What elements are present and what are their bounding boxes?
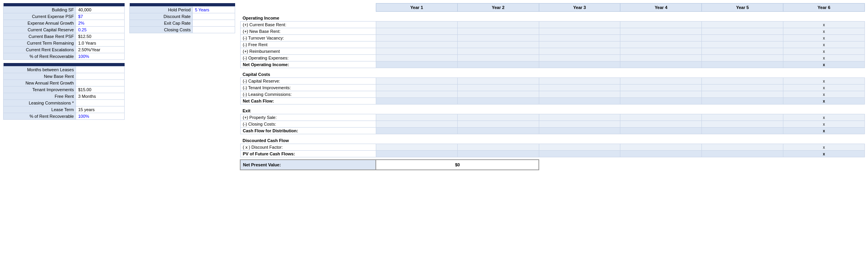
cf-cell-y3[interactable] <box>539 78 620 85</box>
cf-cell-y3[interactable] <box>539 28 620 35</box>
property-value[interactable]: 100% <box>76 53 125 60</box>
cf-cell-y1[interactable] <box>376 85 457 91</box>
cf-total-cell-y4[interactable] <box>620 128 702 134</box>
cf-cell-y4[interactable] <box>620 41 702 48</box>
cf-cell-y4[interactable] <box>620 28 702 35</box>
analyst-value[interactable]: 15 years <box>76 106 125 113</box>
cf-total-cell-y2[interactable] <box>457 128 539 134</box>
cf-cell-y1[interactable] <box>376 41 457 48</box>
cf-cell-y2[interactable] <box>457 121 539 128</box>
cf-cell-y3[interactable] <box>539 91 620 98</box>
cf-cell-y2[interactable] <box>457 55 539 61</box>
cf-cell-y1[interactable] <box>376 121 457 128</box>
cf-cell-y6[interactable]: x <box>783 28 865 35</box>
cf-cell-y5[interactable] <box>702 121 783 128</box>
cf-total-cell-y6[interactable]: x <box>783 151 865 157</box>
analyst-value[interactable] <box>76 80 125 86</box>
cf-cell-y1[interactable] <box>376 91 457 98</box>
cf-cell-y4[interactable] <box>620 144 702 151</box>
cf-cell-y6[interactable]: x <box>783 121 865 128</box>
cf-total-cell-y6[interactable]: x <box>783 128 865 134</box>
cf-cell-y4[interactable] <box>620 55 702 61</box>
exit-value[interactable] <box>193 13 235 20</box>
cf-cell-y5[interactable] <box>702 35 783 41</box>
cf-cell-y3[interactable] <box>539 22 620 28</box>
cf-cell-y1[interactable] <box>376 48 457 55</box>
cf-total-cell-y3[interactable] <box>539 151 620 157</box>
cf-cell-y1[interactable] <box>376 55 457 61</box>
cf-total-cell-y1[interactable] <box>376 151 457 157</box>
cf-cell-y5[interactable] <box>702 144 783 151</box>
cf-cell-y2[interactable] <box>457 85 539 91</box>
cf-cell-y4[interactable] <box>620 121 702 128</box>
property-value[interactable]: $12.50 <box>76 33 125 40</box>
analyst-value[interactable]: 100% <box>76 113 125 120</box>
cf-cell-y2[interactable] <box>457 28 539 35</box>
cf-cell-y6[interactable]: x <box>783 85 865 91</box>
cf-cell-y4[interactable] <box>620 22 702 28</box>
cf-cell-y5[interactable] <box>702 91 783 98</box>
cf-total-cell-y1[interactable] <box>376 98 457 104</box>
cf-cell-y6[interactable]: x <box>783 114 865 121</box>
cf-cell-y5[interactable] <box>702 85 783 91</box>
property-value[interactable]: 2% <box>76 20 125 27</box>
cf-cell-y3[interactable] <box>539 121 620 128</box>
cf-cell-y1[interactable] <box>376 22 457 28</box>
cf-cell-y5[interactable] <box>702 78 783 85</box>
cf-cell-y3[interactable] <box>539 114 620 121</box>
cf-total-cell-y4[interactable] <box>620 98 702 104</box>
exit-value[interactable] <box>193 20 235 27</box>
cf-cell-y2[interactable] <box>457 48 539 55</box>
cf-cell-y1[interactable] <box>376 28 457 35</box>
cf-total-cell-y1[interactable] <box>376 128 457 134</box>
property-value[interactable]: 0.25 <box>76 27 125 33</box>
cf-cell-y3[interactable] <box>539 55 620 61</box>
cf-total-cell-y6[interactable]: x <box>783 61 865 68</box>
cf-cell-y4[interactable] <box>620 91 702 98</box>
cf-cell-y5[interactable] <box>702 114 783 121</box>
npv-value[interactable]: $0 <box>376 160 539 170</box>
cf-cell-y5[interactable] <box>702 41 783 48</box>
property-value[interactable]: 2.50%/Year <box>76 47 125 53</box>
cf-total-cell-y5[interactable] <box>702 61 783 68</box>
property-value[interactable]: 1.0 Years <box>76 40 125 47</box>
cf-cell-y2[interactable] <box>457 35 539 41</box>
cf-total-cell-y3[interactable] <box>539 98 620 104</box>
cf-total-cell-y3[interactable] <box>539 128 620 134</box>
cf-total-cell-y5[interactable] <box>702 128 783 134</box>
cf-cell-y5[interactable] <box>702 55 783 61</box>
cf-cell-y2[interactable] <box>457 91 539 98</box>
analyst-value[interactable]: 3 Months <box>76 93 125 100</box>
cf-total-cell-y6[interactable]: x <box>783 98 865 104</box>
cf-total-cell-y2[interactable] <box>457 151 539 157</box>
cf-cell-y6[interactable]: x <box>783 91 865 98</box>
property-value[interactable]: $7 <box>76 13 125 20</box>
analyst-value[interactable] <box>76 67 125 73</box>
cf-total-cell-y4[interactable] <box>620 61 702 68</box>
analyst-value[interactable] <box>76 100 125 106</box>
cf-total-cell-y5[interactable] <box>702 151 783 157</box>
cf-cell-y5[interactable] <box>702 22 783 28</box>
cf-cell-y4[interactable] <box>620 48 702 55</box>
cf-total-cell-y2[interactable] <box>457 61 539 68</box>
analyst-value[interactable]: $15.00 <box>76 86 125 93</box>
cf-cell-y3[interactable] <box>539 144 620 151</box>
exit-value[interactable] <box>193 27 235 33</box>
cf-total-cell-y4[interactable] <box>620 151 702 157</box>
cf-cell-y2[interactable] <box>457 114 539 121</box>
cf-cell-y6[interactable]: x <box>783 144 865 151</box>
cf-cell-y2[interactable] <box>457 144 539 151</box>
cf-cell-y4[interactable] <box>620 78 702 85</box>
cf-cell-y6[interactable]: x <box>783 22 865 28</box>
cf-cell-y3[interactable] <box>539 35 620 41</box>
cf-cell-y3[interactable] <box>539 85 620 91</box>
cf-cell-y3[interactable] <box>539 41 620 48</box>
cf-total-cell-y5[interactable] <box>702 98 783 104</box>
cf-cell-y6[interactable]: x <box>783 35 865 41</box>
cf-cell-y3[interactable] <box>539 48 620 55</box>
cf-total-cell-y2[interactable] <box>457 98 539 104</box>
cf-cell-y6[interactable]: x <box>783 41 865 48</box>
exit-value[interactable]: 5 Years <box>193 7 235 13</box>
cf-total-cell-y1[interactable] <box>376 61 457 68</box>
cf-cell-y1[interactable] <box>376 35 457 41</box>
